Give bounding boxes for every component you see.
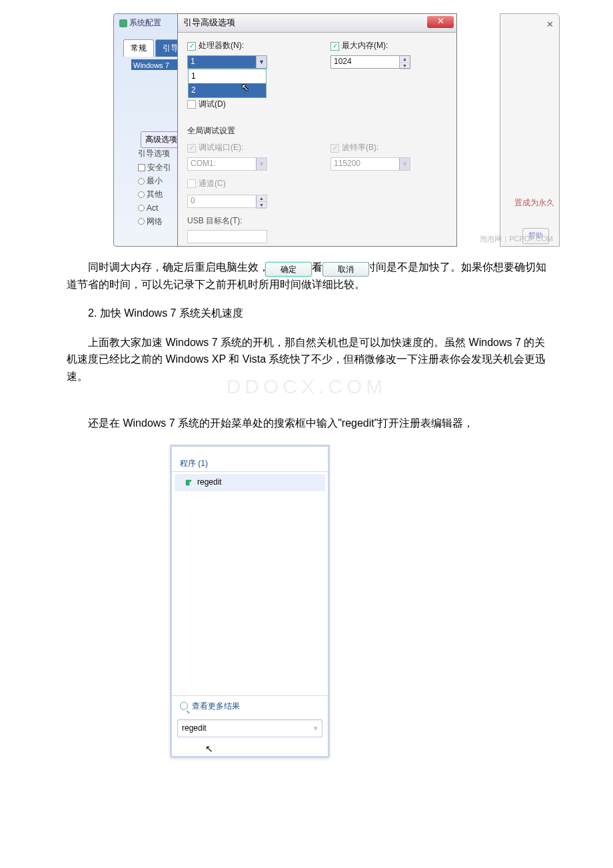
make-permanent-label: 置成为永久 bbox=[514, 197, 554, 209]
debug-port-select: COM1: ▼ bbox=[187, 157, 267, 171]
see-more-results[interactable]: 查看更多结果 bbox=[172, 695, 328, 719]
results-spacer bbox=[172, 491, 328, 691]
checkbox-icon bbox=[187, 179, 196, 188]
search-result-label: regedit bbox=[197, 476, 222, 489]
chevron-down-icon: ▼ bbox=[256, 158, 267, 170]
dialog-titlebar: 引导高级选项 ✕ bbox=[178, 14, 456, 33]
channel-input: 0 ▲▼ bbox=[187, 195, 267, 208]
radio-other[interactable] bbox=[138, 191, 145, 198]
checkbox-icon: ✓ bbox=[330, 144, 339, 153]
debug-port-checkbox: ✓调试端口(E): bbox=[187, 141, 243, 154]
close-button[interactable]: ✕ bbox=[427, 16, 454, 28]
paragraph-2: 2. 加快 Windows 7 系统关机速度 bbox=[67, 305, 546, 322]
os-list-selected[interactable]: Windows 7 bbox=[131, 59, 178, 70]
boot-advanced-dialog: 引导高级选项 ✕ ✓处理器数(N): 1 ▼ 1 2 ↖ bbox=[177, 13, 457, 247]
chevron-down-icon: ▼ bbox=[256, 56, 267, 68]
cpu-count-select[interactable]: 1 ▼ 1 2 ↖ bbox=[187, 55, 267, 69]
ok-button[interactable]: 确定 bbox=[265, 262, 312, 277]
channel-checkbox: 通道(C) bbox=[187, 177, 226, 190]
debug-port-value: COM1: bbox=[191, 157, 216, 170]
spinner-control[interactable]: ▲▼ bbox=[399, 56, 410, 68]
usb-target-label: USB 目标名(T): bbox=[187, 215, 304, 227]
global-debug-label: 全局调试设置 bbox=[187, 125, 447, 137]
spin-up-icon: ▲ bbox=[257, 195, 267, 202]
cursor-icon: ↖ bbox=[241, 80, 249, 95]
cpu-count-checkbox[interactable]: ✓处理器数(N): bbox=[187, 39, 244, 52]
checkbox-icon bbox=[187, 100, 196, 109]
max-mem-checkbox[interactable]: ✓最大内存(M): bbox=[330, 39, 388, 52]
radio-active[interactable] bbox=[138, 205, 145, 211]
usb-target-input bbox=[187, 230, 267, 243]
paragraph-4: 还是在 Windows 7 系统的开始菜单处的搜索框中输入"regedit"打开… bbox=[67, 415, 546, 432]
max-mem-input[interactable]: 1024 ▲▼ bbox=[330, 55, 410, 69]
cpu-option-2[interactable]: 2 bbox=[189, 83, 266, 97]
spin-down-icon: ▼ bbox=[257, 202, 267, 209]
debug-checkbox[interactable]: 调试(D) bbox=[187, 98, 226, 111]
search-category-header: 程序 (1) bbox=[172, 456, 328, 472]
search-input-value: regedit bbox=[182, 722, 207, 735]
radio-minimal[interactable] bbox=[138, 178, 145, 185]
dialog-title: 引导高级选项 bbox=[183, 16, 235, 30]
cpu-option-1[interactable]: 1 bbox=[189, 69, 266, 83]
chevron-down-icon: ▼ bbox=[399, 158, 410, 170]
spin-up-icon[interactable]: ▲ bbox=[400, 56, 410, 63]
baud-checkbox: ✓波特率(B): bbox=[330, 141, 378, 154]
dialog-button-row: 确定 取消 bbox=[178, 262, 456, 283]
check-icon: ✓ bbox=[330, 42, 339, 51]
cursor-icon: ↖ bbox=[205, 741, 328, 756]
screenshot-watermark: 泡泡网|PCPOP.COM bbox=[480, 233, 553, 245]
checkbox-icon: ✓ bbox=[187, 144, 196, 153]
baud-value: 115200 bbox=[334, 157, 360, 170]
max-mem-value: 1024 bbox=[334, 55, 352, 68]
search-result-item[interactable]: regedit bbox=[175, 474, 325, 491]
cancel-button[interactable]: 取消 bbox=[322, 262, 369, 277]
see-more-label: 查看更多结果 bbox=[192, 700, 240, 713]
cpu-count-value: 1 bbox=[191, 55, 195, 68]
baud-select: 115200 ▼ bbox=[330, 157, 410, 171]
radio-network[interactable] bbox=[138, 218, 145, 225]
check-icon: ✓ bbox=[187, 42, 196, 51]
cpu-count-dropdown: 1 2 bbox=[188, 69, 267, 98]
tab-general[interactable]: 常规 bbox=[123, 39, 154, 57]
clear-search-icon[interactable]: × bbox=[314, 723, 318, 735]
msconfig-screenshot: 系统配置 常规 引导 Windows 7 高级选项 引导选项 安全引 最小 其他… bbox=[113, 13, 500, 247]
regedit-icon bbox=[184, 478, 193, 487]
paragraph-3: 上面教大家加速 Windows 7 系统的开机，那自然关机也是可以加快速度的。虽… bbox=[67, 334, 546, 385]
search-icon bbox=[180, 702, 188, 710]
msconfig-title: 系统配置 bbox=[119, 17, 161, 29]
advanced-options-button[interactable]: 高级选项 bbox=[141, 131, 182, 148]
spin-down-icon[interactable]: ▼ bbox=[400, 63, 410, 69]
channel-value: 0 bbox=[191, 195, 195, 207]
msconfig-icon bbox=[119, 19, 127, 27]
boot-options-label: 引导选项 bbox=[138, 147, 170, 160]
safeboot-checkbox[interactable] bbox=[138, 164, 145, 171]
msconfig-tabs: 常规 引导 bbox=[123, 39, 186, 57]
start-menu-panel: 程序 (1) regedit 查看更多结果 regedit × ↖ bbox=[170, 445, 330, 758]
msconfig-bg-dialog: 系统配置 常规 引导 Windows 7 高级选项 引导选项 安全引 最小 其他… bbox=[113, 13, 187, 247]
spinner-control: ▲▼ bbox=[256, 195, 267, 207]
start-search-input[interactable]: regedit × bbox=[177, 719, 322, 737]
msconfig-bg-right: ✕ bbox=[500, 13, 560, 247]
boot-options-group: 安全引 最小 其他 Act 网络 bbox=[138, 161, 171, 229]
msconfig-close-icon[interactable]: ✕ bbox=[543, 18, 556, 29]
